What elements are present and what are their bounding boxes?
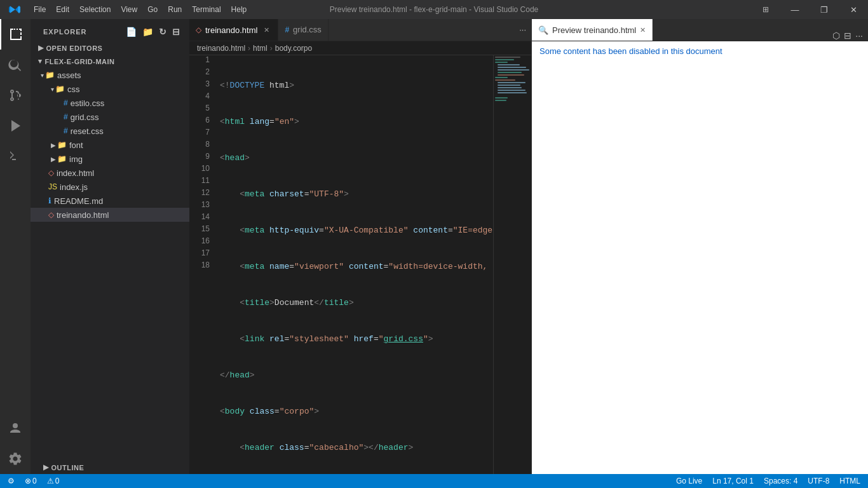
activity-account[interactable] — [0, 413, 31, 444]
tree-index-html[interactable]: ◇ index.html — [31, 166, 189, 180]
activity-source-control[interactable] — [0, 80, 31, 111]
open-editors-label: OPEN EDITORS — [46, 44, 103, 52]
sidebar: EXPLORER 📄 📁 ↻ ⊟ ▶ OPEN EDITORS ▾ FLEX-E… — [31, 19, 189, 474]
line-col-label: Ln 17, Col 1 — [712, 477, 754, 485]
menu-go[interactable]: Go — [142, 0, 163, 19]
svg-rect-7 — [498, 69, 529, 71]
svg-rect-12 — [498, 82, 526, 83]
tree-reset-css[interactable]: # reset.css — [31, 124, 189, 138]
preview-content: Some content has been disabled in this d… — [532, 41, 868, 474]
tree-estilo-css[interactable]: # estilo.css — [31, 96, 189, 110]
activity-extensions[interactable] — [0, 141, 31, 172]
preview-tab-close[interactable]: ✕ — [640, 26, 646, 34]
svg-rect-6 — [498, 67, 526, 68]
tree-treinando-html[interactable]: ◇ treinando.html — [31, 208, 189, 222]
app-logo — [0, 0, 29, 19]
svg-rect-17 — [495, 97, 508, 98]
more-actions-icon[interactable]: ··· — [855, 30, 863, 41]
svg-point-1 — [13, 423, 18, 428]
preview-tab-label: Preview treinando.html — [552, 25, 636, 35]
outline-label: OUTLINE — [51, 464, 85, 471]
breadcrumb-html[interactable]: html — [253, 44, 268, 53]
svg-rect-10 — [495, 77, 508, 78]
svg-rect-9 — [498, 74, 524, 76]
collapse-icon[interactable]: ⊟ — [171, 25, 182, 38]
outline-chevron-icon: ▶ — [43, 463, 49, 471]
svg-rect-15 — [498, 90, 526, 91]
menu-file[interactable]: File — [29, 0, 51, 19]
menu-view[interactable]: View — [116, 0, 142, 19]
tab-treinando-html[interactable]: ◇ treinando.html ✕ — [189, 19, 278, 41]
tab-grid-css[interactable]: # grid.css — [278, 19, 328, 41]
go-live-button[interactable]: Go Live — [674, 477, 705, 485]
breadcrumb-body[interactable]: body.corpo — [275, 44, 312, 53]
language-status[interactable]: HTML — [837, 477, 863, 485]
svg-rect-13 — [498, 85, 520, 86]
maximize-button[interactable]: ❐ — [810, 0, 839, 19]
project-section[interactable]: ▾ FLEX-E-GRID-MAIN — [31, 55, 189, 68]
svg-rect-3 — [495, 59, 514, 60]
css-file-icon: # — [285, 25, 289, 34]
branch-icon: ⚙ — [8, 477, 15, 485]
sidebar-title: EXPLORER — [43, 28, 87, 36]
svg-rect-5 — [498, 64, 520, 65]
new-file-icon[interactable]: 📄 — [125, 25, 139, 38]
language-label: HTML — [839, 477, 860, 485]
svg-rect-18 — [495, 100, 506, 101]
svg-rect-16 — [498, 92, 527, 93]
menu-bar[interactable]: File Edit Selection View Go Run Terminal… — [29, 0, 252, 19]
tree-css-folder[interactable]: ▾ 📁 css — [31, 82, 189, 96]
preview-icon: 🔍 — [538, 25, 548, 35]
breadcrumb-sep-1: › — [248, 44, 250, 53]
activity-settings[interactable] — [0, 444, 31, 474]
git-branch-status[interactable]: ⚙ — [5, 477, 17, 485]
svg-rect-4 — [495, 62, 508, 63]
activity-search[interactable] — [0, 50, 31, 80]
preview-tab-controls: ⬡ ⊟ ··· — [827, 30, 868, 41]
tree-readme-md[interactable]: ℹ README.md — [31, 194, 189, 208]
tab-more-button[interactable]: ··· — [514, 19, 531, 41]
encoding-status[interactable]: UTF-8 — [805, 477, 832, 485]
code-editor[interactable]: 12345 678910 1112131415 161718 <!DOCTYPE… — [189, 55, 531, 474]
tree-img-folder[interactable]: ▶ 📁 img — [31, 152, 189, 166]
tree-assets[interactable]: ▾ 📁 assets — [31, 68, 189, 82]
warning-count[interactable]: ⚠ 0 — [44, 477, 62, 485]
error-count[interactable]: ⊗ 0 — [22, 477, 39, 485]
preview-tab[interactable]: 🔍 Preview treinando.html ✕ — [532, 18, 653, 41]
warning-icon: ⚠ — [47, 477, 54, 485]
tree-index-js[interactable]: JS index.js — [31, 180, 189, 194]
go-live-label: Go Live — [676, 477, 702, 485]
breadcrumb-file[interactable]: treinando.html — [197, 44, 245, 53]
svg-rect-11 — [495, 79, 515, 81]
close-button[interactable]: ✕ — [839, 0, 868, 19]
tree-grid-css[interactable]: # grid.css — [31, 110, 189, 124]
editor-area: ◇ treinando.html ✕ # grid.css ··· treina… — [189, 19, 531, 474]
breadcrumb-sep-2: › — [270, 44, 273, 53]
menu-terminal[interactable]: Terminal — [187, 0, 226, 19]
code-content[interactable]: <!DOCTYPE html> <html lang="en"> <head> … — [215, 55, 493, 474]
status-bar: ⚙ ⊗ 0 ⚠ 0 Go Live Ln 17, Col 1 Spaces: 4… — [0, 474, 868, 488]
layout-icon[interactable]: ⊞ — [751, 0, 780, 19]
refresh-icon[interactable]: ↻ — [158, 25, 168, 38]
tree-font-folder[interactable]: ▶ 📁 font — [31, 138, 189, 152]
preview-tab-bar: 🔍 Preview treinando.html ✕ ⬡ ⊟ ··· — [532, 19, 868, 41]
new-folder-icon[interactable]: 📁 — [141, 25, 155, 38]
indent-status[interactable]: Spaces: 4 — [761, 477, 800, 485]
chevron-right-icon: ▶ — [38, 44, 44, 52]
breadcrumb: treinando.html › html › body.corpo — [189, 41, 531, 55]
open-editors-section[interactable]: ▶ OPEN EDITORS — [31, 41, 189, 55]
open-in-browser-icon[interactable]: ⬡ — [832, 30, 840, 41]
menu-help[interactable]: Help — [226, 0, 252, 19]
tab-close-icon[interactable]: ✕ — [261, 25, 271, 35]
split-editor-icon[interactable]: ⊟ — [844, 30, 851, 41]
html-file-icon: ◇ — [196, 25, 201, 34]
activity-explorer[interactable] — [0, 19, 31, 50]
menu-run[interactable]: Run — [163, 0, 187, 19]
outline-section[interactable]: ▶ OUTLINE — [31, 461, 189, 474]
preview-panel: 🔍 Preview treinando.html ✕ ⬡ ⊟ ··· Some … — [531, 19, 868, 474]
activity-debug[interactable] — [0, 111, 31, 141]
menu-edit[interactable]: Edit — [51, 0, 74, 19]
menu-selection[interactable]: Selection — [74, 0, 116, 19]
minimize-button[interactable]: — — [780, 0, 810, 19]
line-col-status[interactable]: Ln 17, Col 1 — [710, 477, 756, 485]
